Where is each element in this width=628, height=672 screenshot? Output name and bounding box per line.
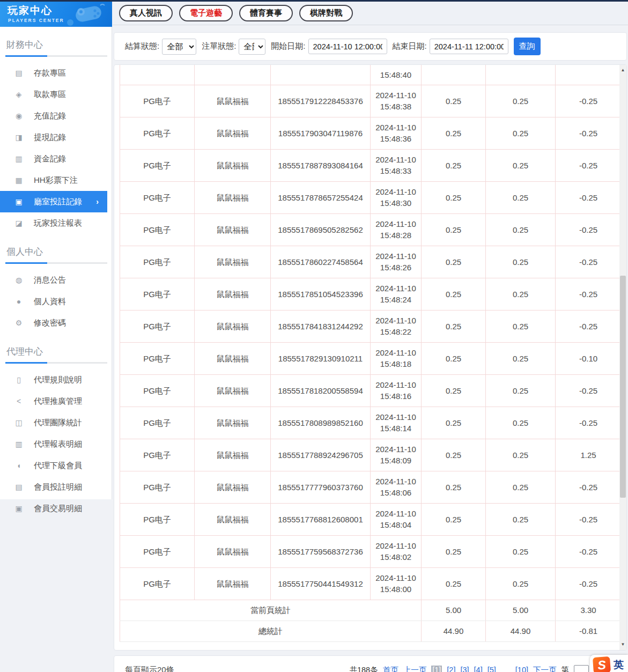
cell-profit: -0.25 (556, 407, 622, 439)
start-date-input[interactable] (308, 39, 387, 54)
cell-valid-bet: 0.25 (486, 342, 556, 374)
ime-mode-label[interactable]: 英 (614, 658, 624, 672)
table-scrollbar[interactable]: ▲ ▼ (619, 65, 626, 650)
agent-rules-icon: ▯ (14, 375, 24, 384)
section-underline (5, 262, 107, 264)
summary-valid-bet: 5.00 (486, 600, 556, 621)
sidebar-item-member-transaction[interactable]: ▣會員交易明細 (0, 498, 107, 519)
page-link-1[interactable]: [1] (431, 666, 442, 672)
sidebar-item-lottery-bet[interactable]: ▦HH彩票下注 (0, 169, 107, 191)
page-link-4[interactable]: [4] (474, 666, 483, 672)
sidebar-item-deposit-card[interactable]: ▤存款專區 (0, 62, 107, 84)
cell-bet-amount: 0.25 (422, 503, 486, 535)
cell-platform: PG电子 (120, 503, 195, 535)
sidebar-item-gear[interactable]: ⚙修改密碼 (0, 312, 107, 334)
cell-game-name: 鼠鼠福福 (195, 246, 271, 278)
page-link-2[interactable]: [2] (447, 666, 455, 672)
summary-row: 當前頁統計5.005.003.30 (120, 600, 622, 621)
sidebar-item-recharge-record[interactable]: ◉充值記錄 (0, 105, 107, 127)
cell-platform: PG电子 (120, 407, 195, 439)
cell-order-id: 1855517887893084164 (271, 149, 371, 181)
cell-game-name: 鼠鼠福福 (195, 278, 271, 310)
cell-bet-time: 2024-11-1015:48:09 (371, 439, 422, 471)
top-navy-border (0, 0, 628, 2)
end-date-input[interactable] (430, 39, 508, 54)
cell-profit (556, 65, 622, 85)
cell-platform: PG电子 (120, 181, 195, 213)
cell-order-id: 1855517808989852160 (271, 407, 371, 439)
per-page-label: 每頁顯示20條 (125, 661, 174, 672)
cell-bet-time: 2024-11-1015:48:04 (371, 503, 422, 535)
sidebar-item-withdraw-hand[interactable]: ◈取款專區 (0, 84, 107, 105)
sidebar-item-user-profile[interactable]: ●個人資料 (0, 291, 107, 312)
cell-profit: -0.25 (556, 246, 622, 278)
section-underline (5, 55, 107, 57)
scroll-down-arrow-icon[interactable]: ▼ (619, 640, 626, 649)
sidebar-item-team-stats[interactable]: ◫代理團隊統計 (0, 412, 107, 433)
sidebar-item-label: 充值記錄 (34, 111, 66, 121)
cell-valid-bet: 0.25 (486, 246, 556, 278)
cell-bet-amount: 0.25 (422, 149, 486, 181)
scroll-up-arrow-icon[interactable]: ▲ (619, 66, 626, 75)
sidebar-item-room-bet-record[interactable]: ▣廳室投註記錄› (0, 191, 107, 212)
cell-platform: PG电子 (120, 278, 195, 310)
cell-bet-time: 2024-11-1015:48:24 (371, 278, 422, 310)
table-row: PG电子鼠鼠福福18555178695052825622024-11-1015:… (120, 213, 622, 246)
sidebar-item-withdraw-record[interactable]: ◨提現記錄 (0, 127, 107, 148)
cell-game-name (195, 65, 271, 85)
scrollbar-thumb[interactable] (620, 276, 626, 498)
page-link-10[interactable]: [10] (515, 666, 528, 672)
cell-platform: PG电子 (120, 85, 195, 117)
cell-game-name: 鼠鼠福福 (195, 342, 271, 374)
sidebar-item-label: 消息公告 (34, 275, 66, 285)
sidebar-item-player-bet-report[interactable]: ◪玩家投注報表 (0, 212, 107, 234)
cell-game-name: 鼠鼠福福 (195, 439, 271, 471)
tab-體育賽事[interactable]: 體育賽事 (239, 5, 293, 21)
cell-bet-time: 2024-11-1015:48:38 (371, 85, 422, 117)
cell-platform: PG电子 (120, 310, 195, 342)
page-link-5[interactable]: [5] (487, 666, 496, 672)
sidebar-item-bell[interactable]: ◍消息公告 (0, 269, 107, 291)
query-button[interactable]: 查詢 (514, 38, 541, 55)
page-link-3[interactable]: [3] (460, 666, 469, 672)
tab-電子遊藝[interactable]: 電子遊藝 (179, 5, 233, 21)
tab-真人視訊[interactable]: 真人視訊 (119, 5, 173, 21)
prev-page-link[interactable]: 上一页 (403, 665, 427, 672)
logo-subtitle: PLAYERS CENTER (8, 18, 64, 23)
cell-valid-bet: 0.25 (486, 278, 556, 310)
team-stats-icon: ◫ (14, 418, 24, 427)
cell-valid-bet: 0.25 (486, 149, 556, 181)
cell-bet-time: 2024-11-1015:48:18 (371, 342, 422, 374)
user-profile-icon: ● (14, 297, 24, 306)
logo-title: 玩家中心 (8, 4, 53, 18)
cell-bet-amount: 0.25 (422, 117, 486, 149)
tab-棋牌對戰[interactable]: 棋牌對戰 (299, 5, 353, 21)
sidebar-item-funds-record[interactable]: ▥資金記錄 (0, 148, 107, 169)
next-page-link[interactable]: 下一页 (533, 665, 557, 672)
cell-bet-time: 2024-11-1015:48:28 (371, 213, 422, 246)
withdraw-hand-icon: ◈ (14, 90, 24, 99)
logo-banner: 玩家中心 PLAYERS CENTER (0, 0, 112, 27)
table-row: PG电子鼠鼠福福18555177595683727362024-11-1015:… (120, 535, 622, 567)
sidebar-item-sub-members[interactable]: ◖代理下級會員 (0, 455, 107, 476)
first-page-link[interactable]: 首页 (383, 665, 398, 672)
sidebar-section-title: 代理中心 (6, 345, 112, 358)
cell-order-id: 1855517860227458564 (271, 246, 371, 278)
settle-status-select[interactable]: 全部 (162, 39, 196, 55)
order-status-select[interactable]: 全部 (239, 39, 265, 55)
sidebar-item-agent-report[interactable]: ▥代理報表明細 (0, 433, 107, 455)
section-underline (5, 362, 107, 364)
gamepad-icon (65, 2, 108, 26)
sidebar-item-label: 廳室投註記錄 (34, 197, 82, 207)
cell-valid-bet: 0.25 (486, 85, 556, 117)
member-transaction-icon: ▣ (14, 504, 24, 513)
sogou-icon[interactable]: S (593, 656, 611, 672)
cell-bet-time: 2024-11-1015:48:02 (371, 535, 422, 567)
chevron-right-icon: › (96, 197, 99, 206)
cell-valid-bet: 0.25 (486, 181, 556, 213)
sidebar-item-member-bet-detail[interactable]: ▤會員投註明細 (0, 476, 107, 498)
cell-game-name: 鼠鼠福福 (195, 503, 271, 535)
sidebar-item-share[interactable]: <代理推廣管理 (0, 390, 107, 412)
jump-page-input[interactable] (574, 665, 589, 672)
sidebar-item-agent-rules[interactable]: ▯代理規則說明 (0, 369, 107, 390)
